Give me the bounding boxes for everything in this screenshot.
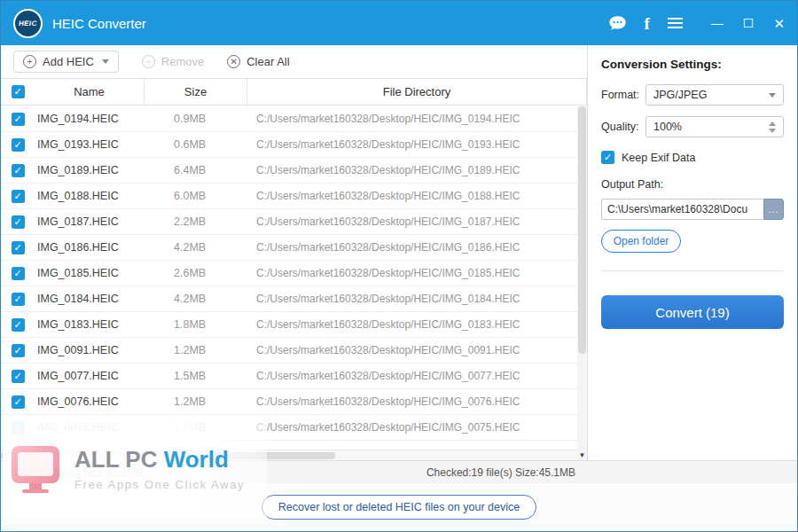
row-checkbox[interactable]: ✓ bbox=[12, 318, 25, 332]
row-checkbox[interactable]: ✓ bbox=[12, 344, 25, 357]
app-window: HEIC ConverterHEIC HEIC Converter f — ☐ … bbox=[0, 0, 798, 532]
horizontal-scrollbar-thumb[interactable] bbox=[1, 452, 335, 459]
row-checkbox-cell: ✓ bbox=[1, 395, 35, 409]
remove-icon: − bbox=[142, 55, 155, 68]
vertical-scrollbar[interactable]: ▼ bbox=[577, 106, 587, 460]
row-checkbox[interactable]: ✓ bbox=[12, 395, 25, 409]
table-row[interactable]: ✓ IMG_0075.HEIC 1.2MB C:/Users/market160… bbox=[1, 415, 577, 441]
row-checkbox[interactable]: ✓ bbox=[12, 138, 25, 152]
table-row[interactable]: ✓ IMG_0186.HEIC 4.2MB C:/Users/market160… bbox=[1, 235, 577, 261]
table-row[interactable]: ✓ IMG_0189.HEIC 6.4MB C:/Users/market160… bbox=[1, 158, 577, 184]
row-checkbox-cell: ✓ bbox=[1, 113, 35, 126]
chevron-down-icon bbox=[102, 59, 109, 64]
maximize-button[interactable]: ☐ bbox=[743, 17, 755, 29]
table-row[interactable]: ✓ IMG_0183.HEIC 1.8MB C:/Users/market160… bbox=[1, 312, 577, 338]
menu-icon[interactable] bbox=[668, 18, 683, 28]
column-header-directory[interactable]: File Directory bbox=[247, 79, 587, 105]
spin-down-icon[interactable] bbox=[769, 129, 776, 133]
file-size: 0.6MB bbox=[145, 138, 247, 151]
table-row[interactable]: ✓ IMG_0077.HEIC 1.5MB C:/Users/market160… bbox=[1, 364, 577, 389]
file-size: 1.2MB bbox=[145, 344, 247, 356]
file-directory: C:/Users/market160328/Desktop/HEIC/IMG_0… bbox=[247, 215, 577, 228]
toolbar: + Add HEIC − Remove ✕ Clear All bbox=[1, 45, 587, 78]
table-row[interactable]: ✓ IMG_0187.HEIC 2.2MB C:/Users/market160… bbox=[1, 209, 577, 235]
row-checkbox-cell: ✓ bbox=[1, 138, 35, 152]
row-checkbox[interactable]: ✓ bbox=[12, 267, 25, 280]
table-row[interactable]: ✓ IMG_0193.HEIC 0.6MB C:/Users/market160… bbox=[1, 132, 577, 158]
keep-exif-checkbox[interactable]: ✓ bbox=[601, 151, 614, 164]
row-checkbox-cell: ✓ bbox=[1, 190, 35, 203]
row-checkbox-cell: ✓ bbox=[1, 215, 35, 229]
horizontal-scrollbar[interactable] bbox=[1, 450, 577, 460]
clear-all-button[interactable]: ✕ Clear All bbox=[227, 55, 289, 68]
feedback-chat-icon[interactable] bbox=[608, 15, 627, 31]
convert-button[interactable]: Convert (19) bbox=[601, 295, 784, 329]
file-directory: C:/Users/market160328/Desktop/HEIC/IMG_0… bbox=[247, 421, 577, 434]
file-directory: C:/Users/market160328/Desktop/HEIC/IMG_0… bbox=[247, 370, 577, 382]
remove-button[interactable]: − Remove bbox=[142, 55, 204, 68]
row-checkbox-cell: ✓ bbox=[1, 370, 35, 383]
table-row[interactable]: ✓ IMG_0185.HEIC 2.6MB C:/Users/market160… bbox=[1, 261, 577, 286]
open-folder-button[interactable]: Open folder bbox=[601, 230, 681, 253]
column-header-name[interactable]: Name bbox=[35, 79, 145, 105]
row-checkbox-cell: ✓ bbox=[1, 318, 35, 332]
row-checkbox[interactable]: ✓ bbox=[12, 293, 25, 306]
close-button[interactable]: ✕ bbox=[773, 17, 785, 30]
facebook-icon[interactable]: f bbox=[645, 15, 650, 32]
quality-value: 100% bbox=[653, 121, 682, 133]
row-checkbox-cell: ✓ bbox=[1, 241, 35, 254]
file-size: 4.2MB bbox=[145, 293, 247, 305]
format-row: Format: JPG/JPEG bbox=[601, 84, 784, 106]
remove-label: Remove bbox=[161, 55, 204, 68]
format-value: JPG/JPEG bbox=[653, 89, 707, 101]
table-row[interactable]: ✓ IMG_0194.HEIC 0.9MB C:/Users/market160… bbox=[1, 106, 577, 132]
row-checkbox[interactable]: ✓ bbox=[12, 370, 25, 383]
row-checkbox[interactable]: ✓ bbox=[12, 241, 25, 254]
select-all-checkbox[interactable]: ✓ bbox=[12, 85, 25, 98]
output-path-row: ... bbox=[601, 199, 784, 220]
file-name: IMG_0077.HEIC bbox=[35, 370, 145, 382]
file-size: 1.5MB bbox=[145, 370, 247, 382]
add-heic-button[interactable]: + Add HEIC bbox=[13, 51, 119, 73]
table-row[interactable]: ✓ IMG_0184.HEIC 4.2MB C:/Users/market160… bbox=[1, 286, 577, 312]
file-name: IMG_0187.HEIC bbox=[35, 215, 145, 228]
row-checkbox[interactable]: ✓ bbox=[12, 421, 25, 434]
row-checkbox-cell: ✓ bbox=[1, 421, 35, 434]
file-name: IMG_0194.HEIC bbox=[35, 113, 145, 125]
file-size: 6.0MB bbox=[145, 190, 247, 202]
row-checkbox-cell: ✓ bbox=[1, 267, 35, 280]
recover-files-button[interactable]: Recover lost or deleted HEIC files on yo… bbox=[262, 495, 536, 520]
table-row[interactable]: ✓ IMG_0076.HEIC 1.2MB C:/Users/market160… bbox=[1, 389, 577, 415]
table-row[interactable]: ✓ IMG_0091.HEIC 1.2MB C:/Users/market160… bbox=[1, 338, 577, 364]
browse-button[interactable]: ... bbox=[763, 199, 784, 220]
clear-all-label: Clear All bbox=[246, 55, 289, 68]
file-size: 4.2MB bbox=[145, 241, 247, 254]
spin-up-icon[interactable] bbox=[769, 121, 776, 126]
quality-spinner[interactable]: 100% bbox=[645, 116, 784, 137]
clear-icon: ✕ bbox=[227, 55, 240, 68]
output-path-input[interactable] bbox=[601, 199, 763, 220]
column-header-size[interactable]: Size bbox=[145, 79, 247, 105]
file-area: + Add HEIC − Remove ✕ Clear All ✓ bbox=[1, 45, 587, 460]
quality-label: Quality: bbox=[601, 121, 645, 133]
file-directory: C:/Users/market160328/Desktop/HEIC/IMG_0… bbox=[247, 164, 577, 176]
scroll-down-arrow-icon[interactable]: ▼ bbox=[577, 451, 587, 459]
row-checkbox[interactable]: ✓ bbox=[12, 215, 25, 229]
file-size: 6.4MB bbox=[145, 164, 247, 176]
file-name: IMG_0193.HEIC bbox=[35, 138, 145, 151]
file-size: 2.2MB bbox=[145, 215, 247, 228]
keep-exif-label: Keep Exif Data bbox=[622, 152, 695, 164]
chevron-down-icon bbox=[769, 93, 776, 98]
keep-exif-checkbox-row[interactable]: ✓ Keep Exif Data bbox=[601, 151, 784, 164]
vertical-scrollbar-thumb[interactable] bbox=[578, 106, 586, 354]
file-name: IMG_0188.HEIC bbox=[35, 190, 145, 202]
window-title: HEIC Converter bbox=[52, 16, 146, 31]
row-checkbox[interactable]: ✓ bbox=[12, 190, 25, 203]
row-checkbox[interactable]: ✓ bbox=[12, 113, 25, 126]
format-select[interactable]: JPG/JPEG bbox=[645, 84, 784, 106]
add-heic-label: Add HEIC bbox=[43, 55, 94, 68]
row-checkbox[interactable]: ✓ bbox=[12, 164, 25, 177]
minimize-button[interactable]: — bbox=[711, 17, 724, 29]
table-row[interactable]: ✓ IMG_0188.HEIC 6.0MB C:/Users/market160… bbox=[1, 184, 577, 209]
conversion-settings-panel: Conversion Settings: Format: JPG/JPEG Qu… bbox=[587, 45, 797, 460]
